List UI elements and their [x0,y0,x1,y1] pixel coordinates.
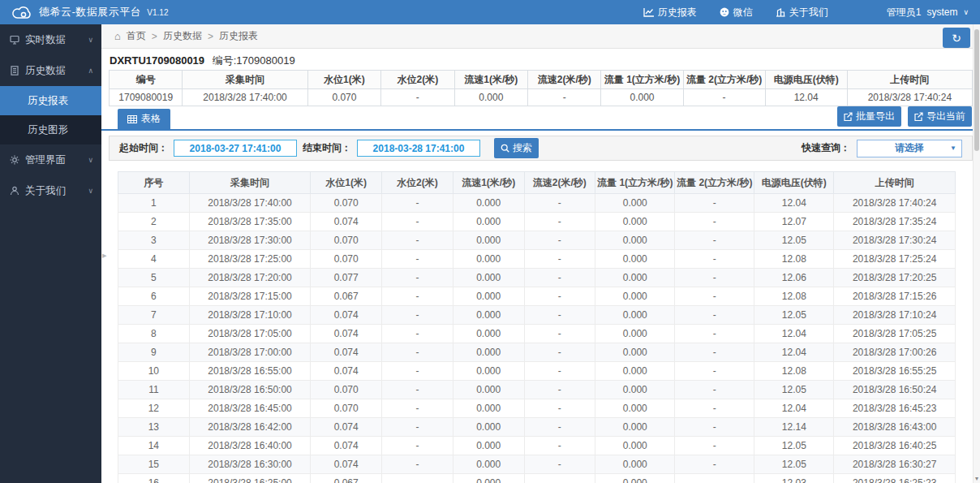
end-time-input[interactable] [357,140,480,157]
table-row: 72018/3/28 17:10:000.074-0.000-0.000-12.… [118,306,956,325]
table-cell: - [382,213,453,231]
start-time-input[interactable] [174,140,297,157]
table-cell: - [675,399,754,418]
sidebar-item-history-report[interactable]: 历史报表 [0,86,101,115]
search-button[interactable]: 搜索 [494,138,539,158]
table-cell: 0.067 [311,287,382,306]
table-cell: 0.000 [595,437,675,455]
person-icon [10,186,19,196]
filter-right-group: 快速查询： 请选择 ▼ [802,140,962,157]
table-cell: 0.000 [595,213,675,231]
table-cell: - [675,455,754,474]
table-cell: 2018/3/28 17:20:25 [834,269,956,287]
batch-export-button[interactable]: 批量导出 [837,106,901,127]
table-cell: 12.05 [754,437,834,455]
device-title: DXRTU1709080019 编号:1709080019 [101,49,980,70]
table-cell: 0.000 [453,362,524,381]
table-cell: - [675,250,754,269]
breadcrumb-home[interactable]: 首页 [127,29,146,43]
sidebar-item-realtime-data[interactable]: 实时数据 ∨ [0,24,101,55]
table-cell: 13 [118,418,190,437]
quick-query-select[interactable]: 请选择 ▼ [857,140,962,157]
table-cell: 0.070 [311,381,382,399]
table-cell: 0.000 [453,437,524,455]
tab-table[interactable]: 表格 [118,109,170,129]
scrollbar-thumb[interactable] [974,29,979,151]
app-title: 德希云-数据展示平台 [39,5,141,19]
sidebar-item-admin-ui[interactable]: 管理界面 ∨ [0,144,101,175]
table-cell: - [382,455,453,474]
table-cell: 0.000 [595,250,675,269]
column-header: 水位1(米) [311,172,382,194]
table-cell: - [675,418,754,437]
table-cell: - [382,250,453,269]
table-cell: - [675,474,754,483]
sidebar-item-history-data[interactable]: 历史数据 ∧ [0,55,101,86]
column-header: 水位1(米) [307,71,380,89]
table-cell: - [524,362,595,381]
export-current-button[interactable]: 导出当前 [908,106,972,127]
table-row: 122018/3/28 16:45:000.070-0.000-0.000-12… [118,399,956,418]
tab-table-label: 表格 [141,112,161,126]
column-header: 序号 [118,172,190,194]
user-menu[interactable]: 管理员1 system ∨ [887,6,969,19]
scrollbar-down-arrow-icon[interactable]: ▾ [974,475,980,482]
table-cell: 8 [118,325,190,343]
nav-wechat[interactable]: 微信 [720,6,753,19]
sidebar-collapse-handle[interactable]: ▸ [102,250,107,261]
table-cell: 12.06 [754,269,834,287]
table-cell: 2018/3/28 17:25:24 [834,250,956,269]
breadcrumb-history-data[interactable]: 历史数据 [163,29,202,43]
filter-bar: 起始时间： 结束时间： 搜索 快速查询： 请选择 ▼ [109,136,973,161]
table-cell: 2018/3/28 16:50:00 [189,381,311,399]
table-cell: 2018/3/28 17:20:00 [189,269,311,287]
chevron-down-icon: ∨ [88,36,93,44]
summary-table: 编号采集时间水位1(米)水位2(米)流速1(米/秒)流速2(米/秒)流量 1(立… [109,70,973,106]
table-cell: 3 [118,231,190,250]
nav-about-us[interactable]: 关于我们 [776,6,828,19]
table-cell: 0.000 [453,250,524,269]
table-cell: 2018/3/28 16:55:25 [834,362,956,381]
document-icon [10,66,19,75]
table-cell: 2018/3/28 17:05:00 [189,325,311,343]
tab-row: 表格 批量导出 导出当前 [101,110,980,131]
device-name: DXRTU1709080019 [110,54,204,67]
table-row: 42018/3/28 17:25:000.070-0.000-0.000-12.… [118,250,956,269]
table-cell: 0.000 [453,343,524,362]
table-cell: 16 [118,474,190,483]
table-cell: - [675,269,754,287]
table-cell: 2018/3/28 17:00:00 [189,343,311,362]
nav-history-report[interactable]: 历史报表 [643,6,697,19]
column-header: 流量 2(立方米/秒) [675,172,754,194]
summary-table-wrap: 编号采集时间水位1(米)水位2(米)流速1(米/秒)流速2(米/秒)流量 1(立… [109,70,973,106]
table-cell: - [524,325,595,343]
table-cell: 2018/3/28 17:35:24 [834,213,956,231]
vertical-scrollbar[interactable]: ▾ [973,24,980,483]
sidebar-item-about-us[interactable]: 关于我们 ∨ [0,175,101,206]
table-cell: 0.000 [453,455,524,474]
table-cell: 12.04 [754,194,834,213]
table-row: 152018/3/28 16:30:000.074-0.000-0.000-12… [118,455,956,474]
building-icon [776,8,785,17]
table-cell: 0.074 [311,325,382,343]
table-cell: 2018/3/28 17:15:26 [834,287,956,306]
table-cell: - [382,269,453,287]
table-cell: 12.08 [754,362,834,381]
table-cell: 0.000 [453,381,524,399]
table-cell: 2018/3/28 16:42:00 [189,418,311,437]
sidebar-item-label: 历史图形 [28,123,68,137]
table-cell: 0.000 [595,474,675,483]
table-cell: 2018/3/28 16:43:00 [834,418,956,437]
sidebar-item-history-graph[interactable]: 历史图形 [0,115,101,144]
table-cell: 0.000 [453,325,524,343]
table-cell: 9 [118,343,190,362]
table-cell: 2018/3/28 17:35:00 [189,213,311,231]
breadcrumb-history-report[interactable]: 历史报表 [219,29,258,43]
refresh-button[interactable]: ↻ [943,28,970,48]
table-cell: 11 [118,381,190,399]
table-cell: 0.000 [453,474,524,483]
main-content: ⌂ 首页 > 历史数据 > 历史报表 ↻ DXRTU1709080019 编号:… [101,24,980,483]
table-cell: - [524,231,595,250]
table-cell: - [382,381,453,399]
table-cell: 12.14 [754,418,834,437]
